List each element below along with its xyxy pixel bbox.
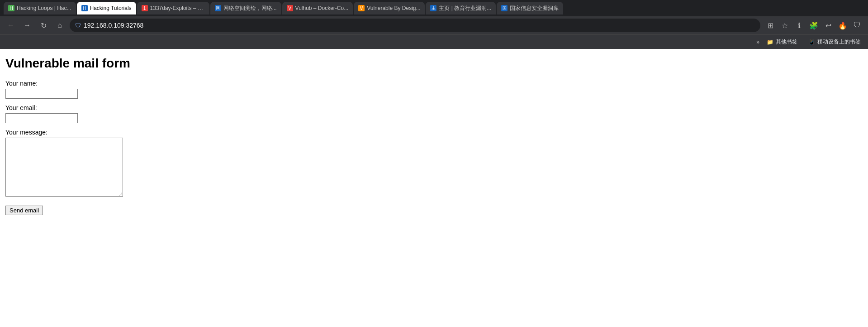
- folder-icon: 📁: [767, 39, 773, 45]
- tab-4[interactable]: 网 网络空间测绘，网络...: [210, 2, 281, 14]
- name-group: Your name:: [5, 80, 863, 99]
- tab-label-4: 网络空间测绘，网络...: [223, 5, 277, 12]
- mobile-icon: 📱: [808, 39, 815, 45]
- tab-6[interactable]: V Vulnerable By Desig...: [354, 2, 425, 14]
- puzzle-button[interactable]: 🧩: [807, 19, 820, 32]
- tab-favicon-5: V: [287, 5, 293, 11]
- shield-button[interactable]: 🛡: [851, 19, 863, 32]
- tab-8[interactable]: 国 国家信息安全漏洞库: [497, 2, 563, 14]
- address-bar-container[interactable]: 🛡: [70, 19, 760, 32]
- bookmark-other[interactable]: 📁 其他书签: [763, 37, 801, 48]
- tab-favicon-4: 网: [215, 5, 221, 11]
- bookmark-button[interactable]: ☆: [778, 19, 791, 32]
- tab-favicon-7: 主: [430, 5, 436, 11]
- tab-label-2: Hacking Tutorials: [90, 5, 132, 11]
- chevron-more-icon[interactable]: »: [756, 39, 759, 45]
- tab-bar: H Hacking Loops | Hac... H Hacking Tutor…: [0, 0, 868, 16]
- forward-button[interactable]: →: [21, 19, 33, 32]
- tab-label-8: 国家信息安全漏洞库: [510, 5, 559, 12]
- email-input[interactable]: [5, 113, 78, 123]
- toolbar-actions: ⊞ ☆ ℹ 🧩 ↩ 🔥 🛡: [764, 19, 863, 32]
- page-title: Vulnerable mail form: [5, 56, 863, 71]
- name-input[interactable]: [5, 89, 78, 99]
- tab-label-1: Hacking Loops | Hac...: [17, 5, 71, 11]
- toolbar: ← → ↻ ⌂ 🛡 ⊞ ☆ ℹ 🧩 ↩ 🔥 🛡: [0, 16, 868, 34]
- name-label: Your name:: [5, 80, 863, 87]
- fire-button[interactable]: 🔥: [836, 19, 849, 32]
- tab-favicon-3: 1: [142, 5, 148, 11]
- tab-label-6: Vulnerable By Desig...: [367, 5, 420, 11]
- tab-label-5: Vulhub – Docker-Co...: [295, 5, 349, 11]
- bookmark-other-label: 其他书签: [776, 38, 797, 46]
- email-label: Your email:: [5, 104, 863, 111]
- profile-button[interactable]: ℹ: [793, 19, 806, 32]
- page-content: Vulnerable mail form Your name: Your ema…: [0, 49, 868, 321]
- bookmarks-more: » 📁 其他书签 📱 移动设备上的书签: [756, 37, 864, 48]
- message-textarea[interactable]: [5, 138, 123, 197]
- tab-favicon-6: V: [358, 5, 365, 11]
- refresh-button[interactable]: ↻: [37, 19, 50, 32]
- bookmarks-bar: » 📁 其他书签 📱 移动设备上的书签: [0, 34, 868, 49]
- tab-7[interactable]: 主 主页 | 教育行业漏洞...: [426, 2, 496, 14]
- extensions-button[interactable]: ⊞: [764, 19, 777, 32]
- tab-1[interactable]: H Hacking Loops | Hac...: [4, 2, 76, 14]
- message-label: Your message:: [5, 129, 863, 136]
- tab-2[interactable]: H Hacking Tutorials: [77, 2, 136, 14]
- tab-label-7: 主页 | 教育行业漏洞...: [439, 5, 491, 12]
- tab-favicon-8: 国: [501, 5, 508, 11]
- bookmark-mobile[interactable]: 📱 移动设备上的书签: [805, 37, 864, 48]
- tab-favicon-1: H: [8, 5, 14, 11]
- bookmark-mobile-label: 移动设备上的书签: [817, 38, 861, 46]
- tab-favicon-2: H: [81, 5, 88, 11]
- undo-button[interactable]: ↩: [822, 19, 835, 32]
- tab-5[interactable]: V Vulhub – Docker-Co...: [282, 2, 353, 14]
- back-button[interactable]: ←: [5, 19, 17, 32]
- tab-label-3: 1337day-Exploits – L...: [150, 5, 205, 11]
- browser-chrome: H Hacking Loops | Hac... H Hacking Tutor…: [0, 0, 868, 49]
- email-group: Your email:: [5, 104, 863, 123]
- address-bar[interactable]: [84, 22, 755, 29]
- security-icon: 🛡: [75, 22, 81, 29]
- send-email-button[interactable]: Send email: [5, 206, 43, 215]
- tab-3[interactable]: 1 1337day-Exploits – L...: [137, 2, 209, 14]
- message-group: Your message:: [5, 129, 863, 197]
- home-button[interactable]: ⌂: [53, 19, 66, 32]
